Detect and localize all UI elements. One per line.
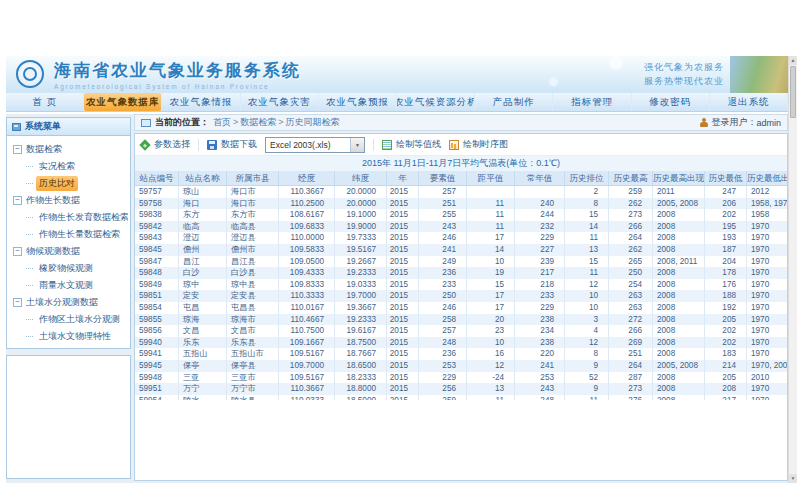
sidebar-item-label: 历史比对 <box>36 176 78 191</box>
table-row[interactable]: 59855琼海琼海市110.466719.2333201525820238327… <box>135 314 787 326</box>
table-cell: 52 <box>565 372 609 384</box>
breadcrumb-link[interactable]: 数据检索 <box>240 117 276 127</box>
toolbar-divider <box>198 139 199 151</box>
data-download-button[interactable]: 数据下载 <box>207 138 257 151</box>
scroll-down-arrow-icon[interactable] <box>789 474 797 483</box>
sidebar-group[interactable]: 土壤水分观测数据 <box>13 294 128 311</box>
table-cell: 18.8000 <box>335 383 387 395</box>
table-header-row: 站点编号站点名称所属市县经度纬度年要素值距平值常年值历史排位历史最高历史最高出现… <box>135 171 787 186</box>
sidebar-item[interactable]: 实况检索 <box>13 158 128 175</box>
sidebar-group[interactable]: 数据检索 <box>13 141 128 158</box>
table-row[interactable]: 59757琼山海口市110.366720.0000201525722592011… <box>135 186 787 198</box>
sidebar-group[interactable]: 物候观测数据 <box>13 243 128 260</box>
menu-item[interactable]: 退出系统 <box>710 93 788 111</box>
table-row[interactable]: 59945保亭保亭县109.700018.6500201525312241926… <box>135 360 787 372</box>
table-header-cell: 历史排位 <box>565 171 609 185</box>
table-cell: 59842 <box>135 221 179 233</box>
table-cell: 儋州市 <box>227 244 279 256</box>
menu-item[interactable]: 农业气象灾害 <box>241 93 319 111</box>
table-row[interactable]: 59838东方东方市108.616719.1000201525511244152… <box>135 209 787 221</box>
table-cell: 202 <box>705 325 747 337</box>
table-cell: 276 <box>609 395 653 400</box>
sidebar-item[interactable]: 作物区土壤水分观测 <box>13 311 128 328</box>
table-row[interactable]: 59854屯昌屯昌县110.016719.3667201524617229102… <box>135 302 787 314</box>
content-panel: 参数选择 数据下载 Excel 2003(.xls) <box>134 133 788 481</box>
breadcrumb-link[interactable]: 首页 <box>213 117 231 127</box>
tree-collapse-icon[interactable] <box>13 196 22 205</box>
table-row[interactable]: 59847昌江昌江县109.050019.2667201524910239152… <box>135 256 787 268</box>
table-row[interactable]: 59940乐东乐东县109.166718.7500201524810238122… <box>135 337 787 349</box>
sidebar-item[interactable]: 橡胶物候观测 <box>13 260 128 277</box>
table-header-cell: 站点编号 <box>135 171 179 185</box>
table-cell: 2008 <box>653 348 705 360</box>
vertical-scrollbar[interactable] <box>788 56 797 483</box>
table-row[interactable]: 59948三亚三亚市109.516718.23332015229-2425352… <box>135 372 787 384</box>
tree-collapse-icon[interactable] <box>13 145 22 154</box>
chevron-down-icon[interactable] <box>350 138 364 152</box>
table-cell: 3 <box>565 314 609 326</box>
sidebar-item[interactable]: 雨量水文观测 <box>13 277 128 294</box>
table-cell: 236 <box>419 348 467 360</box>
table-cell: 110.4667 <box>279 314 335 326</box>
table-cell: 193 <box>705 232 747 244</box>
table-cell <box>467 186 515 198</box>
params-icon <box>139 139 150 150</box>
table-row[interactable]: 59941五指山五指山市109.516718.76672015236162208… <box>135 348 787 360</box>
table-cell: 9 <box>565 383 609 395</box>
table-cell: 2015 <box>387 360 419 372</box>
table-cell: 16 <box>467 348 515 360</box>
menu-item[interactable]: 修改密码 <box>632 93 710 111</box>
table-cell: 59758 <box>135 198 179 210</box>
sidebar-item[interactable]: 作物生长量数据检索 <box>13 226 128 243</box>
menu-item-active[interactable]: 农业气象数据库 <box>84 93 162 111</box>
table-cell: 204 <box>705 256 747 268</box>
table-cell: 109.5167 <box>279 348 335 360</box>
page: 海南省农业气象业务服务系统 Agrometeorological System … <box>0 0 800 500</box>
table-row[interactable]: 59954陵水陵水县110.033318.5000201525911248112… <box>135 395 787 400</box>
table-cell: 265 <box>609 256 653 268</box>
table-cell: 229 <box>419 372 467 384</box>
table-cell: 273 <box>609 209 653 221</box>
tree-collapse-icon[interactable] <box>13 247 22 256</box>
table-cell: 保亭 <box>179 360 227 372</box>
scrollbar-thumb[interactable] <box>790 66 796 118</box>
table-cell: 206 <box>705 198 747 210</box>
draw-contour-button[interactable]: 绘制等值线 <box>382 138 441 151</box>
breadcrumb-link[interactable]: 历史同期检索 <box>286 117 340 127</box>
scroll-up-arrow-icon[interactable] <box>789 56 797 65</box>
menu-item[interactable]: 农业气象情报 <box>162 93 240 111</box>
table-cell: 11 <box>467 209 515 221</box>
table-cell: 218 <box>515 279 565 291</box>
app-title: 海南省农业气象业务服务系统 <box>54 59 301 82</box>
table-row[interactable]: 59951万宁万宁市110.366718.8000201525613243927… <box>135 383 787 395</box>
table-row[interactable]: 59848白沙白沙县109.433319.2333201523619217112… <box>135 267 787 279</box>
sidebar-group[interactable]: 作物生长数据 <box>13 192 128 209</box>
table-row[interactable]: 59849琼中琼中县109.833319.0333201523315218122… <box>135 279 787 291</box>
table-cell: 59856 <box>135 325 179 337</box>
menu-item[interactable]: 产品制作 <box>475 93 553 111</box>
table-header-cell: 年 <box>387 171 419 185</box>
menu-item[interactable]: 农业气象预报 <box>319 93 397 111</box>
export-format-select[interactable]: Excel 2003(.xls) <box>265 137 365 153</box>
menu-item[interactable]: 首 页 <box>6 93 84 111</box>
table-row[interactable]: 59845儋州儋州市109.583319.5167201524114227132… <box>135 244 787 256</box>
table-row[interactable]: 59758海口海口市110.250020.0000201525111240826… <box>135 198 787 210</box>
draw-timeseries-button[interactable]: 绘制时序图 <box>449 138 508 151</box>
table-cell: 12 <box>565 279 609 291</box>
params-select-button[interactable]: 参数选择 <box>141 138 190 151</box>
table-cell: 2005, 2008 <box>653 360 705 372</box>
table-cell: 海口市 <box>227 186 279 198</box>
sidebar-item[interactable]: 土壤水文物理特性 <box>13 328 128 345</box>
sidebar-item-label: 土壤水文物理特性 <box>36 329 114 344</box>
table-row[interactable]: 59843澄迈澄迈县110.000019.7333201524617229112… <box>135 232 787 244</box>
table-row[interactable]: 59842临高临高县109.683319.9000201524311232142… <box>135 221 787 233</box>
table-row[interactable]: 59856文昌文昌市110.750019.6167201525723234426… <box>135 325 787 337</box>
table-cell: 264 <box>609 232 653 244</box>
menu-item[interactable]: 农业气候资源分析 <box>397 93 475 111</box>
table-row[interactable]: 59851定安定安县110.333319.7000201525017233102… <box>135 290 787 302</box>
tree-collapse-icon[interactable] <box>13 298 22 307</box>
menu-item[interactable]: 指标管理 <box>553 93 631 111</box>
sidebar-item-active[interactable]: 历史比对 <box>13 175 128 192</box>
table-cell: 2015 <box>387 337 419 349</box>
sidebar-item[interactable]: 作物生长发育数据检索 <box>13 209 128 226</box>
